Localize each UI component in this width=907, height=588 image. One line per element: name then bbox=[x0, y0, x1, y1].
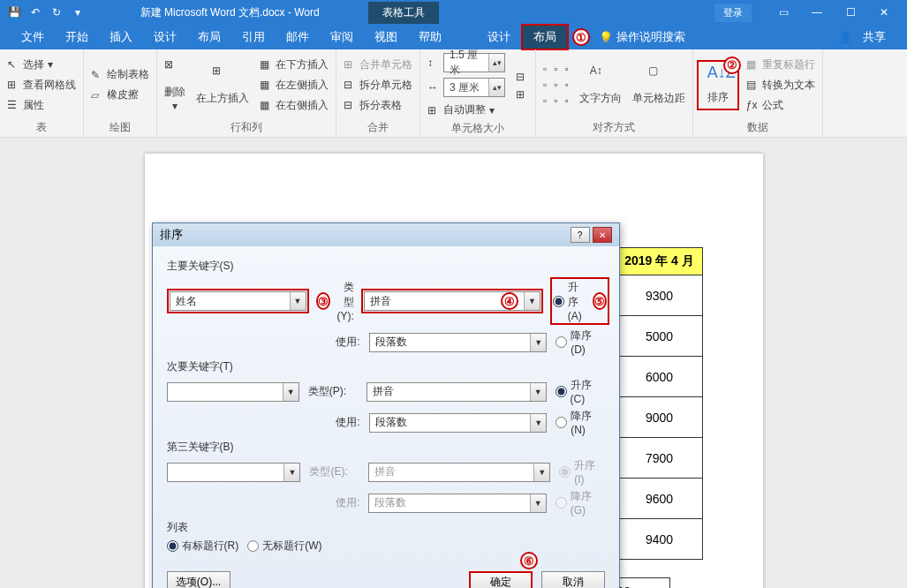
ribbon-options-icon[interactable]: ▭ bbox=[769, 6, 797, 19]
chevron-down-icon[interactable]: ▼ bbox=[283, 464, 299, 481]
login-button[interactable]: 登录 bbox=[714, 4, 752, 22]
secondary-ascending-radio[interactable]: 升序(C) bbox=[556, 378, 605, 405]
tab-design[interactable]: 设计 bbox=[143, 26, 187, 49]
primary-field-combo[interactable]: 姓名▼ bbox=[170, 291, 306, 311]
redo-icon[interactable]: ↻ bbox=[49, 5, 64, 19]
undo-icon[interactable]: ↶ bbox=[28, 5, 42, 19]
radio-input[interactable] bbox=[553, 296, 564, 307]
align-mr-button[interactable]: ▫ bbox=[562, 77, 572, 93]
tab-home[interactable]: 开始 bbox=[55, 26, 99, 49]
save-icon[interactable]: 💾 bbox=[7, 5, 21, 19]
text-direction-button[interactable]: A↕文字方向 bbox=[576, 63, 625, 108]
help-button[interactable]: ? bbox=[571, 227, 590, 243]
chevron-down-icon[interactable]: ▼ bbox=[530, 494, 546, 512]
autofit-button[interactable]: ⊞自动调整▾ bbox=[424, 101, 509, 119]
third-field-combo[interactable]: ▼ bbox=[167, 463, 301, 482]
tab-table-design[interactable]: 设计 bbox=[477, 26, 521, 49]
third-use-combo[interactable]: 段落数▼ bbox=[368, 494, 546, 513]
row-height-input[interactable]: ↕1.5 厘米▴▾ bbox=[424, 51, 509, 74]
align-bc-button[interactable]: ▫ bbox=[550, 93, 561, 109]
table-cell[interactable]: 6000 bbox=[616, 357, 703, 397]
chevron-down-icon[interactable]: ▼ bbox=[524, 292, 540, 310]
share-button[interactable]: 共享 bbox=[852, 26, 896, 49]
insert-below-button[interactable]: ▦在下方插入 bbox=[256, 56, 332, 74]
align-ml-button[interactable]: ▫ bbox=[540, 77, 550, 93]
minimize-icon[interactable]: — bbox=[803, 6, 831, 19]
chevron-down-icon[interactable]: ▼ bbox=[290, 292, 306, 310]
tab-layout[interactable]: 布局 bbox=[187, 26, 231, 49]
chevron-down-icon[interactable]: ▼ bbox=[530, 383, 546, 401]
align-bl-button[interactable]: ▫ bbox=[540, 93, 550, 109]
table-header-cell[interactable]: 2019 年 4 月 bbox=[616, 247, 703, 275]
chevron-down-icon[interactable]: ▼ bbox=[530, 414, 546, 432]
tab-reference[interactable]: 引用 bbox=[231, 26, 276, 49]
close-icon[interactable]: ✕ bbox=[870, 6, 898, 19]
secondary-type-combo[interactable]: 拼音▼ bbox=[367, 382, 547, 402]
ok-button[interactable]: 确定 bbox=[469, 571, 533, 588]
radio-input[interactable] bbox=[556, 336, 567, 348]
select-button[interactable]: ↖选择▾ bbox=[4, 56, 79, 74]
radio-input[interactable] bbox=[247, 540, 259, 552]
tab-insert[interactable]: 插入 bbox=[99, 26, 143, 49]
cell-margins-button[interactable]: ▢单元格边距 bbox=[629, 63, 689, 108]
split-cells-button[interactable]: ⊟拆分单元格 bbox=[340, 76, 416, 94]
align-mc-button[interactable]: ▫ bbox=[550, 77, 561, 93]
align-tl-button[interactable]: ▫ bbox=[540, 61, 550, 77]
tab-table-layout[interactable]: 布局 bbox=[521, 24, 569, 50]
tab-mail[interactable]: 邮件 bbox=[276, 26, 320, 49]
has-header-radio[interactable]: 有标题行(R) bbox=[167, 539, 239, 554]
repeat-header-button[interactable]: ▦重复标题行 bbox=[743, 56, 819, 74]
dialog-titlebar[interactable]: 排序 ? ✕ bbox=[153, 223, 619, 246]
gridlines-button[interactable]: ⊞查看网格线 bbox=[4, 76, 79, 94]
secondary-use-combo[interactable]: 段落数▼ bbox=[369, 413, 548, 433]
maximize-icon[interactable]: ☐ bbox=[836, 6, 865, 19]
secondary-descending-radio[interactable]: 降序(N) bbox=[556, 409, 604, 436]
primary-ascending-radio[interactable]: 升序(A) bbox=[553, 280, 586, 322]
chevron-down-icon[interactable]: ▼ bbox=[283, 383, 299, 401]
primary-descending-radio[interactable]: 降序(D) bbox=[556, 328, 604, 356]
spinner-icon[interactable]: ▴▾ bbox=[488, 54, 504, 72]
convert-to-text-button[interactable]: ▤转换为文本 bbox=[743, 76, 819, 94]
table-cell[interactable]: 9000 bbox=[616, 397, 703, 438]
spinner-icon[interactable]: ▴▾ bbox=[488, 79, 504, 96]
options-button[interactable]: 选项(O)... bbox=[167, 571, 231, 588]
align-tc-button[interactable]: ▫ bbox=[550, 61, 561, 77]
tab-file[interactable]: 文件 bbox=[11, 26, 55, 49]
primary-type-combo[interactable]: 拼音 ④ ▼ bbox=[364, 291, 540, 311]
chevron-down-icon[interactable]: ▼ bbox=[530, 334, 546, 351]
table-cell[interactable]: 5000 bbox=[616, 316, 703, 357]
properties-button[interactable]: ☰属性 bbox=[4, 96, 79, 115]
col-width-input[interactable]: ↔3 厘米▴▾ bbox=[424, 76, 509, 99]
split-table-button[interactable]: ⊟拆分表格 bbox=[340, 96, 416, 115]
insert-right-button[interactable]: ▦在右侧插入 bbox=[256, 96, 332, 115]
close-button[interactable]: ✕ bbox=[593, 227, 612, 243]
distribute-rows-button[interactable]: ⊟ bbox=[512, 69, 532, 85]
radio-input[interactable] bbox=[167, 540, 178, 552]
secondary-field-combo[interactable]: ▼ bbox=[167, 382, 299, 402]
table-cell[interactable]: 9300 bbox=[616, 275, 703, 316]
align-tr-button[interactable]: ▫ bbox=[562, 61, 572, 77]
table-cell[interactable]: 9600 bbox=[616, 479, 703, 519]
tab-view[interactable]: 视图 bbox=[364, 26, 408, 49]
primary-use-combo[interactable]: 段落数▼ bbox=[369, 333, 548, 352]
table-cell[interactable]: 7900 bbox=[616, 438, 703, 479]
eraser-button[interactable]: ▱橡皮擦 bbox=[87, 86, 153, 104]
chevron-down-icon[interactable]: ▼ bbox=[533, 464, 549, 481]
distribute-cols-button[interactable]: ⊞ bbox=[512, 87, 532, 102]
insert-above-button[interactable]: ⊞在上方插入 bbox=[193, 63, 253, 108]
formula-button[interactable]: ƒx公式 bbox=[743, 96, 819, 115]
delete-button[interactable]: ⊠删除▾ bbox=[161, 57, 189, 114]
qat-dropdown-icon[interactable]: ▾ bbox=[71, 5, 85, 19]
insert-left-button[interactable]: ▦在左侧插入 bbox=[256, 76, 332, 94]
draw-table-button[interactable]: ✎绘制表格 bbox=[87, 65, 153, 84]
tab-review[interactable]: 审阅 bbox=[320, 26, 364, 49]
radio-input[interactable] bbox=[556, 386, 567, 397]
tell-me-search[interactable]: 💡 操作说明搜索 bbox=[599, 29, 685, 45]
align-br-button[interactable]: ▫ bbox=[562, 93, 572, 109]
table-cell[interactable]: 9400 bbox=[616, 519, 703, 560]
third-type-combo[interactable]: 拼音▼ bbox=[368, 463, 550, 482]
radio-input[interactable] bbox=[556, 417, 567, 428]
no-header-radio[interactable]: 无标题行(W) bbox=[247, 539, 321, 554]
tab-help[interactable]: 帮助 bbox=[408, 26, 452, 49]
merge-cells-button[interactable]: ⊞合并单元格 bbox=[340, 56, 416, 74]
